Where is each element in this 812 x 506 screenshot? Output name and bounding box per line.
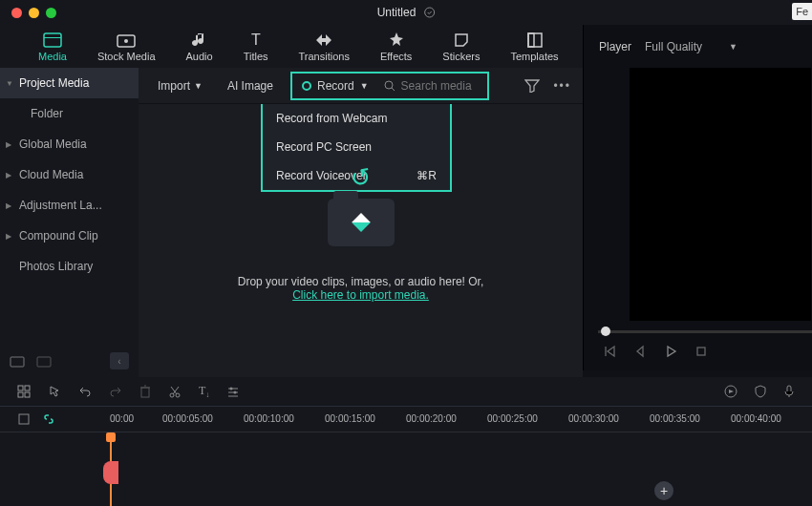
sidebar-folder[interactable]: Folder [0,98,139,129]
svg-point-10 [385,81,393,89]
pointer-icon[interactable] [48,385,61,398]
player-header: Player Full Quality▼ [584,25,812,68]
tab-audio[interactable]: Audio [186,32,213,62]
track-toggle-icon[interactable] [17,412,31,426]
ai-image-button[interactable]: AI Image [220,75,281,96]
sidebar-global-media[interactable]: ▶Global Media [0,129,139,159]
stop-icon[interactable] [694,345,708,358]
search-media[interactable] [376,75,485,96]
chevron-down-icon: ▼ [6,79,13,88]
sidebar-compound-clip[interactable]: ▶Compound Clip [0,221,139,251]
chevron-right-icon: ▶ [6,232,11,241]
filter-icon[interactable] [524,79,540,93]
svg-text:T: T [251,32,261,48]
window-title: Untitled [377,6,436,19]
timeline-ruler[interactable]: 00:00 00:00:05:00 00:00:10:00 00:00:15:0… [0,406,812,432]
render-icon[interactable] [724,385,737,398]
play-icon[interactable] [664,345,677,358]
svg-point-0 [424,8,434,17]
svg-point-4 [124,39,128,43]
player-controls [584,332,812,370]
tab-media[interactable]: Media [38,32,67,62]
svg-rect-15 [25,392,30,397]
sidebar-cloud-media[interactable]: ▶Cloud Media [0,159,139,190]
player-panel: Player Full Quality▼ [583,25,812,370]
delete-icon[interactable] [139,385,151,398]
tab-templates[interactable]: Templates [510,32,558,62]
sync-icon[interactable] [423,7,435,18]
import-button[interactable]: Import▼ [150,75,210,96]
redo-icon[interactable] [109,385,122,398]
svg-rect-14 [18,392,23,397]
tab-stock-media[interactable]: Stock Media [97,32,156,62]
svg-point-20 [234,391,237,394]
media-dropzone[interactable]: ↻ Drop your video clips, images, or audi… [139,163,583,302]
sidebar-project-media[interactable]: ▼Project Media [0,68,139,98]
time-mark: 00:00 [110,413,134,424]
tab-stickers[interactable]: Stickers [442,32,480,62]
svg-rect-8 [11,357,24,367]
folder-icon[interactable] [36,354,52,368]
record-icon [302,81,311,91]
chevron-right-icon: ▶ [6,140,11,149]
mic-icon[interactable] [783,385,795,398]
time-mark: 00:00:40:00 [731,413,781,424]
main-area: ▼Project Media Folder ▶Global Media ▶Clo… [0,68,583,377]
tab-transitions[interactable]: Transitions [299,32,350,62]
record-button[interactable]: Record ▼ [294,75,376,96]
close-window-icon[interactable] [11,8,22,18]
time-mark: 00:00:30:00 [568,413,619,424]
add-track-button[interactable]: + [654,481,673,500]
record-group: Record ▼ [290,72,489,100]
collapse-sidebar-button[interactable]: ‹ [110,352,129,369]
feedback-button[interactable]: Fe [792,3,812,20]
time-mark: 00:00:05:00 [162,413,213,424]
svg-rect-6 [528,33,542,47]
search-input[interactable] [401,79,478,93]
title-text: Untitled [377,6,417,19]
tab-effects[interactable]: Effects [380,32,412,62]
prev-frame-icon[interactable] [603,345,616,358]
step-back-icon[interactable] [633,345,647,358]
chevron-right-icon: ▶ [6,171,11,179]
adjust-icon[interactable] [226,385,240,398]
record-screen-item[interactable]: Record PC Screen [263,133,450,161]
timeline-tracks[interactable]: + [0,432,812,506]
sidebar: ▼Project Media Folder ▶Global Media ▶Clo… [0,68,139,377]
grid-icon[interactable] [17,385,31,398]
svg-rect-7 [528,33,534,47]
sidebar-photos-library[interactable]: Photos Library [0,251,139,282]
record-webcam-item[interactable]: Record from Webcam [263,104,450,133]
more-icon[interactable]: ••• [553,79,571,93]
titlebar: Untitled Fe [0,0,812,25]
cut-icon[interactable] [168,385,182,398]
tab-titles[interactable]: T Titles [244,32,268,62]
content-toolbar: Import▼ AI Image Record ▼ ••• [139,68,583,104]
sidebar-footer: ‹ [0,345,139,377]
zoom-window-icon[interactable] [46,8,56,18]
stock-media-icon [117,32,136,49]
track-handle[interactable] [103,461,118,484]
quality-dropdown[interactable]: Full Quality▼ [645,40,737,53]
time-mark: 00:00:10:00 [244,413,294,424]
undo-icon[interactable] [78,385,92,398]
minimize-window-icon[interactable] [29,8,39,18]
time-mark: 00:00:25:00 [487,413,538,424]
slider-knob[interactable] [601,327,610,336]
import-link[interactable]: Click here to import media. [139,288,583,302]
time-mark: 00:00:35:00 [650,413,700,424]
text-tool-icon[interactable]: T↓ [199,384,209,399]
new-folder-icon[interactable] [10,354,25,368]
shield-icon[interactable] [755,385,766,398]
time-mark: 00:00:20:00 [406,413,457,424]
chevron-down-icon: ▼ [729,42,737,52]
import-arrow-icon: ↻ [348,161,374,194]
playback-slider[interactable] [584,321,812,332]
link-icon[interactable] [42,412,55,426]
player-label: Player [599,40,631,53]
svg-rect-13 [25,386,30,390]
search-icon [384,80,395,92]
sidebar-adjustment-layer[interactable]: ▶Adjustment La... [0,190,139,221]
svg-point-19 [230,388,233,390]
stickers-icon [454,32,469,49]
